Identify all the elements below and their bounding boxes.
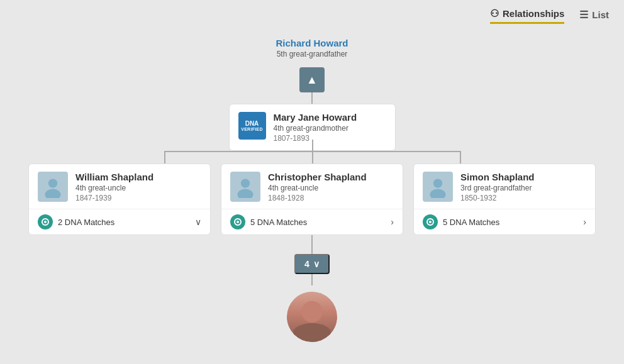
william-name: William Shapland (75, 172, 201, 182)
dna-text: DNA (245, 120, 259, 127)
connector-v1 (311, 92, 313, 104)
simon-name: Simon Shapland (460, 172, 586, 182)
simon-card-top: Simon Shapland 3rd great-grandfather 185… (414, 164, 595, 209)
william-dates: 1847-1939 (75, 194, 201, 202)
william-info: William Shapland 4th great-uncle 1847-19… (75, 172, 201, 202)
connector-v-bottom (311, 235, 313, 254)
richard-node: Richard Howard 5th great-grandfather (276, 38, 348, 58)
relationships-tab-label: Relationships (503, 8, 564, 19)
mary-dates: 1807-1893 (274, 134, 386, 143)
christopher-card-top: Christopher Shapland 4th great-uncle 184… (221, 164, 403, 209)
christopher-dna-left: 5 DNA Matches (230, 214, 307, 229)
verified-text: VERIFIED (241, 127, 263, 132)
mary-name: Mary Jane Howard (274, 112, 386, 123)
simon-dates: 1850-1932 (460, 194, 586, 202)
count-number: 4 (304, 259, 309, 269)
christopher-avatar (230, 172, 260, 202)
dna-badge: DNA VERIFIED (238, 112, 266, 140)
children-area: William Shapland 4th great-uncle 1847-19… (0, 151, 624, 235)
richard-relation: 5th great-grandfather (277, 50, 348, 58)
william-dna-icon (38, 214, 53, 229)
list-icon: ☰ (579, 9, 588, 21)
connector-v-to-photo (311, 274, 313, 285)
christopher-name: Christopher Shapland (268, 172, 394, 182)
christopher-chevron-icon: › (391, 217, 394, 227)
william-dna-left: 2 DNA Matches (38, 214, 114, 229)
william-dna-bar[interactable]: 2 DNA Matches ∨ (29, 209, 210, 234)
simon-info: Simon Shapland 3rd great-grandfather 185… (460, 172, 586, 202)
mary-relation: 4th great-grandmother (274, 124, 386, 133)
william-chevron-icon: ∨ (195, 217, 201, 227)
svg-point-11 (429, 221, 432, 223)
svg-point-9 (430, 189, 445, 198)
simon-dna-bar[interactable]: 5 DNA Matches › (414, 209, 595, 234)
tab-relationships[interactable]: ⚇ Relationships (490, 8, 564, 24)
count-chevron-icon: ∨ (313, 259, 320, 269)
face-photo-inner (287, 292, 337, 342)
h-line-wrapper (111, 151, 513, 163)
christopher-info: Christopher Shapland 4th great-uncle 184… (268, 172, 394, 202)
svg-point-3 (44, 221, 47, 223)
christopher-dna-icon (230, 214, 245, 229)
richard-name[interactable]: Richard Howard (276, 38, 348, 48)
connector-v-drop-center (312, 151, 313, 163)
christopher-relation: 4th great-uncle (268, 184, 394, 192)
william-avatar (38, 172, 68, 202)
children-row: William Shapland 4th great-uncle 1847-19… (28, 163, 596, 235)
relationships-icon: ⚇ (490, 8, 499, 19)
william-card[interactable]: William Shapland 4th great-uncle 1847-19… (28, 163, 211, 235)
svg-point-0 (48, 179, 57, 187)
connector-v-drop-left (164, 151, 165, 163)
christopher-dna-bar[interactable]: 5 DNA Matches › (221, 209, 403, 234)
christopher-card[interactable]: Christopher Shapland 4th great-uncle 184… (221, 163, 403, 235)
svg-point-8 (433, 179, 442, 187)
william-relation: 4th great-uncle (75, 184, 201, 192)
count-badge-button[interactable]: 4 ∨ (294, 254, 330, 274)
simon-relation: 3rd great-grandfather (460, 184, 586, 192)
svg-point-5 (237, 189, 253, 198)
william-card-top: William Shapland 4th great-uncle 1847-19… (29, 164, 210, 209)
up-arrow-button[interactable]: ▲ (299, 67, 325, 92)
mary-info: Mary Jane Howard 4th great-grandmother 1… (274, 112, 386, 143)
simon-dna-icon (423, 214, 438, 229)
svg-point-1 (45, 189, 60, 198)
christopher-dates: 1848-1928 (268, 194, 394, 202)
tree-container: Richard Howard 5th great-grandfather ▲ D… (0, 31, 624, 364)
connector-v-from-mary (312, 140, 313, 152)
christopher-dna-count: 5 DNA Matches (250, 218, 307, 227)
simon-avatar (423, 172, 453, 202)
william-dna-count: 2 DNA Matches (58, 218, 114, 227)
top-navigation: ⚇ Relationships ☰ List (475, 0, 624, 31)
person-photo (287, 292, 337, 342)
svg-point-7 (237, 221, 239, 223)
simon-chevron-icon: › (583, 217, 586, 227)
simon-card[interactable]: Simon Shapland 3rd great-grandfather 185… (413, 163, 596, 235)
tab-list[interactable]: ☰ List (579, 9, 609, 23)
bottom-area: 4 ∨ (287, 235, 337, 342)
connector-v-drop-right (460, 151, 461, 163)
list-tab-label: List (592, 9, 609, 20)
simon-dna-count: 5 DNA Matches (443, 218, 499, 227)
simon-dna-left: 5 DNA Matches (423, 214, 499, 229)
svg-point-4 (241, 179, 250, 187)
